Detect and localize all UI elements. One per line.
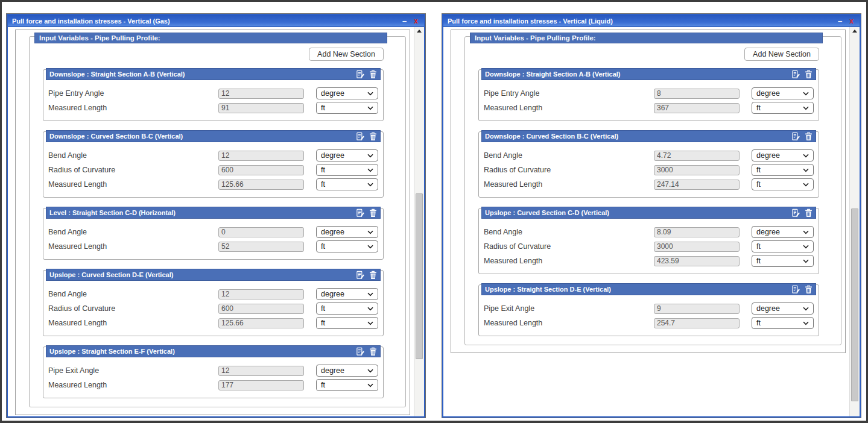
edit-note-icon[interactable]: [791, 132, 800, 141]
unit-select[interactable]: ft: [316, 102, 378, 114]
value-input[interactable]: [218, 242, 304, 252]
minimize-button[interactable]: –: [402, 18, 407, 24]
close-button[interactable]: x: [414, 17, 418, 25]
value-input[interactable]: [218, 318, 304, 328]
value-input[interactable]: [218, 227, 304, 237]
value-input[interactable]: [654, 242, 740, 252]
section-body: Pipe Exit Angle degree Measured Length f…: [479, 297, 819, 336]
unit-select[interactable]: degree: [316, 288, 378, 300]
scrollbar-up-button[interactable]: [850, 30, 860, 33]
unit-select-value: ft: [321, 304, 325, 313]
value-input[interactable]: [654, 103, 740, 113]
unit-select[interactable]: ft: [752, 102, 814, 114]
unit-select[interactable]: ft: [752, 178, 814, 190]
add-new-section-button[interactable]: Add New Section: [744, 48, 819, 61]
unit-select[interactable]: degree: [316, 365, 378, 377]
trash-icon[interactable]: [369, 347, 377, 356]
value-input[interactable]: [654, 304, 740, 314]
unit-select[interactable]: ft: [316, 240, 378, 252]
unit-select[interactable]: ft: [752, 255, 814, 267]
field-label: Measured Length: [484, 257, 654, 265]
chevron-down-icon: [803, 321, 809, 325]
unit-select[interactable]: ft: [752, 240, 814, 252]
unit-select-value: ft: [321, 166, 325, 174]
unit-select-value: ft: [321, 180, 325, 189]
unit-select[interactable]: degree: [752, 87, 814, 99]
unit-select[interactable]: ft: [316, 379, 378, 391]
chevron-down-icon: [803, 259, 809, 263]
section-body: Pipe Exit Angle degree Measured Length f…: [43, 359, 383, 398]
value-input[interactable]: [654, 180, 740, 190]
value-input[interactable]: [654, 256, 740, 266]
unit-select[interactable]: degree: [752, 149, 814, 161]
value-input[interactable]: [218, 366, 304, 376]
chevron-down-icon: [367, 383, 373, 387]
section-body: Bend Angle degree Radius of Curvature ft…: [43, 144, 383, 197]
value-input[interactable]: [218, 289, 304, 299]
scrollbar-thumb[interactable]: [851, 208, 858, 401]
chevron-down-icon: [367, 369, 373, 373]
trash-icon[interactable]: [805, 208, 813, 218]
pipe-section-card: Downslope : Curved Section B-C (Vertical…: [43, 131, 384, 198]
value-input[interactable]: [218, 89, 304, 99]
value-input[interactable]: [654, 89, 740, 99]
unit-select-value: degree: [321, 151, 344, 160]
value-input[interactable]: [218, 180, 304, 190]
trash-icon[interactable]: [369, 132, 377, 141]
unit-select[interactable]: ft: [316, 302, 378, 315]
trash-icon[interactable]: [805, 70, 813, 79]
unit-select[interactable]: ft: [752, 164, 814, 176]
chevron-down-icon: [803, 230, 809, 234]
window-main-area: Input Variables - Pipe Pulling Profile: …: [443, 27, 849, 416]
edit-note-icon[interactable]: [356, 132, 365, 141]
unit-select[interactable]: ft: [752, 317, 814, 329]
field-label: Pipe Exit Angle: [48, 366, 218, 375]
value-input[interactable]: [654, 227, 740, 237]
value-input[interactable]: [654, 151, 740, 161]
minimize-button[interactable]: –: [838, 18, 842, 24]
edit-note-icon[interactable]: [791, 208, 800, 218]
value-input[interactable]: [654, 318, 740, 328]
trash-icon[interactable]: [369, 70, 377, 79]
scrollbar-thumb[interactable]: [416, 193, 423, 359]
unit-select[interactable]: degree: [752, 226, 814, 238]
value-input[interactable]: [654, 165, 740, 175]
value-input[interactable]: [218, 103, 304, 113]
scrollbar-up-button[interactable]: [414, 30, 424, 33]
add-new-section-button[interactable]: Add New Section: [309, 48, 384, 61]
chevron-down-icon: [367, 106, 373, 110]
edit-note-icon[interactable]: [791, 285, 800, 294]
window-titlebar[interactable]: Pull force and installation stresses - V…: [443, 15, 860, 27]
trash-icon[interactable]: [369, 208, 377, 218]
unit-select[interactable]: degree: [316, 226, 378, 238]
edit-note-icon[interactable]: [356, 271, 365, 280]
edit-note-icon[interactable]: [356, 208, 365, 218]
trash-icon[interactable]: [805, 132, 813, 141]
vertical-scrollbar[interactable]: [414, 27, 424, 416]
close-button[interactable]: x: [849, 17, 854, 25]
edit-note-icon[interactable]: [356, 70, 365, 79]
unit-select[interactable]: degree: [752, 302, 814, 315]
value-input[interactable]: [218, 165, 304, 175]
unit-select[interactable]: ft: [316, 178, 378, 190]
unit-select[interactable]: ft: [316, 317, 378, 329]
unit-select[interactable]: degree: [316, 87, 378, 99]
unit-select[interactable]: ft: [316, 164, 378, 176]
section-actions: [791, 285, 816, 294]
unit-select-value: ft: [756, 180, 761, 189]
vertical-scrollbar[interactable]: [849, 27, 860, 416]
unit-select[interactable]: degree: [316, 149, 378, 161]
field-label: Pipe Entry Angle: [484, 89, 654, 98]
edit-note-icon[interactable]: [356, 347, 365, 356]
window-titlebar[interactable]: Pull force and installation stresses - V…: [8, 15, 424, 27]
trash-icon[interactable]: [805, 285, 813, 294]
value-input[interactable]: [218, 380, 304, 390]
section-body: Pipe Entry Angle degree Measured Length …: [43, 82, 383, 121]
edit-note-icon[interactable]: [791, 70, 800, 79]
input-row: Bend Angle degree: [48, 148, 378, 163]
chevron-down-icon: [803, 245, 809, 249]
value-input[interactable]: [218, 151, 304, 161]
value-input[interactable]: [218, 304, 304, 314]
trash-icon[interactable]: [369, 271, 377, 280]
outer-panel: Input Variables - Pipe Pulling Profile: …: [15, 30, 410, 415]
